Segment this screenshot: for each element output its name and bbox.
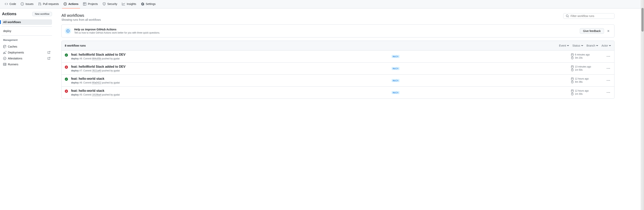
verified-icon [3, 57, 6, 60]
run-menu-button[interactable] [606, 90, 611, 95]
commit-sha[interactable]: 1819ba4 [92, 93, 102, 96]
close-feedback-button[interactable] [606, 28, 611, 34]
time-ago: 12 hours ago [571, 77, 602, 80]
sidebar-item-attestations[interactable]: Attestations [2, 56, 52, 61]
time-ago: 13 minutes ago [571, 65, 602, 68]
branch-badge[interactable]: main [392, 67, 400, 70]
run-status-icon [65, 90, 68, 93]
run-menu-button[interactable] [606, 78, 611, 83]
content: All workflows Showing runs from all work… [55, 9, 644, 99]
commit-sha[interactable]: 80a0422 [92, 81, 102, 84]
shield-icon [102, 2, 106, 6]
nav-label: Projects [88, 2, 98, 6]
run-title[interactable]: feat: helloWorld Stack added to DEV [71, 53, 388, 56]
nav-tab-security[interactable]: Security [101, 0, 119, 9]
search-box[interactable] [563, 13, 614, 19]
run-menu-button[interactable] [606, 54, 611, 59]
run-title[interactable]: feat: hello-world stack [71, 89, 388, 92]
run-main: feat: hello-world stack deploy #5: Commi… [71, 89, 388, 96]
chevron-down-icon [581, 45, 583, 46]
sidebar-item-caches[interactable]: Caches [2, 44, 52, 49]
run-menu-button[interactable] [606, 66, 611, 71]
run-main: feat: helloWorld Stack added to DEV depl… [71, 65, 388, 72]
runs-card: 8 workflow runs Event Status Branch Acto… [62, 41, 614, 99]
git-pull-request-icon [38, 2, 41, 6]
run-time-col: 12 hours ago 4m 36s [571, 77, 602, 84]
sidebar-item-label: Runners [8, 63, 18, 66]
run-meta: deploy #7: Commit 3521a40 pushed by gyal… [71, 69, 388, 72]
filter-branch[interactable]: Branch [586, 44, 598, 47]
nav-tab-code[interactable]: Code [3, 0, 18, 9]
table-icon [83, 2, 86, 6]
nav-label: Code [10, 2, 16, 6]
chevron-down-icon [596, 45, 598, 46]
feedback-text: Tell us how to make GitHub Actions work … [74, 31, 160, 34]
sidebar-item-label: Caches [8, 45, 17, 48]
run-title[interactable]: feat: hello-world stack [71, 77, 388, 80]
sidebar-item-deploy[interactable]: deploy [2, 28, 52, 34]
new-workflow-button[interactable]: New workflow [32, 12, 52, 16]
run-status-icon [65, 53, 68, 57]
sidebar-title: Actions [2, 12, 16, 16]
duration: 1m 50s [571, 68, 602, 71]
sidebar-item-deployments[interactable]: Deployments [2, 50, 52, 55]
sidebar-header: Actions New workflow [2, 12, 52, 18]
run-branch-col: main [392, 55, 568, 58]
branch-badge[interactable]: main [392, 55, 400, 58]
close-icon [607, 29, 610, 33]
duration: 1m 30s [571, 92, 602, 95]
commit-sha[interactable]: 3521a40 [92, 69, 102, 72]
nav-tab-projects[interactable]: Projects [82, 0, 100, 9]
management-list: Caches Deployments Attestations [2, 44, 52, 67]
feedback-title: Help us improve GitHub Actions [74, 28, 160, 31]
run-status-icon [65, 78, 68, 81]
runs-list: feat: helloWorld Stack added to DEV depl… [62, 51, 614, 98]
nav-tab-issues[interactable]: Issues [19, 0, 35, 9]
nav-label: Issues [26, 2, 33, 6]
duration: 4m 36s [571, 80, 602, 83]
divider [2, 35, 52, 36]
rocket-icon [3, 51, 6, 54]
runs-card-header: 8 workflow runs Event Status Branch Acto… [62, 41, 614, 51]
nav-label: Security [107, 2, 118, 6]
run-branch-col: main [392, 67, 568, 70]
search-input[interactable] [570, 14, 612, 18]
branch-badge[interactable]: main [392, 91, 400, 94]
nav-label: Pull requests [43, 2, 59, 6]
nav-label: Settings [146, 2, 156, 6]
external-link-icon [47, 57, 50, 60]
filter-actor[interactable]: Actor [602, 44, 611, 47]
filter-event[interactable]: Event [559, 44, 569, 47]
cache-icon [3, 45, 6, 48]
nav-tab-actions[interactable]: Actions [62, 0, 80, 9]
run-status-icon [65, 65, 68, 69]
play-circle-icon [65, 28, 71, 34]
run-branch-col: main [392, 79, 568, 82]
content-header: All workflows Showing runs from all work… [62, 13, 614, 21]
give-feedback-button[interactable]: Give feedback [580, 28, 604, 34]
run-time-col: 12 hours ago 1m 30s [571, 89, 602, 96]
branch-badge[interactable]: main [392, 79, 400, 82]
nav-tab-settings[interactable]: Settings [140, 0, 157, 9]
page-subtitle: Showing runs from all workflows [62, 18, 101, 21]
nav-tab-pull-requests[interactable]: Pull requests [37, 0, 60, 9]
code-icon [5, 2, 8, 6]
sidebar-item-runners[interactable]: Runners [2, 62, 52, 67]
commit-sha[interactable]: 884c65b [92, 57, 101, 60]
sidebar-item-all-workflows[interactable]: All workflows [2, 19, 52, 25]
run-meta: deploy #6: Commit 80a0422 pushed by gyal… [71, 81, 388, 84]
run-row: feat: helloWorld Stack added to DEV depl… [62, 51, 614, 63]
run-title[interactable]: feat: helloWorld Stack added to DEV [71, 65, 388, 68]
nav-tab-insights[interactable]: Insights [120, 0, 138, 9]
nav-label: Insights [127, 2, 136, 6]
filter-status[interactable]: Status [572, 44, 583, 47]
feedback-banner: Help us improve GitHub Actions Tell us h… [62, 25, 614, 38]
run-branch-col: main [392, 91, 568, 94]
sidebar-item-label: All workflows [3, 21, 21, 24]
search-icon [566, 14, 569, 18]
run-time-col: 13 minutes ago 1m 50s [571, 65, 602, 72]
graph-icon [122, 2, 125, 6]
filter-group: Event Status Branch Actor [559, 44, 611, 47]
run-meta: deploy #5: Commit 1819ba4 pushed by gyal… [71, 93, 388, 96]
sidebar-item-label: deploy [3, 29, 11, 33]
